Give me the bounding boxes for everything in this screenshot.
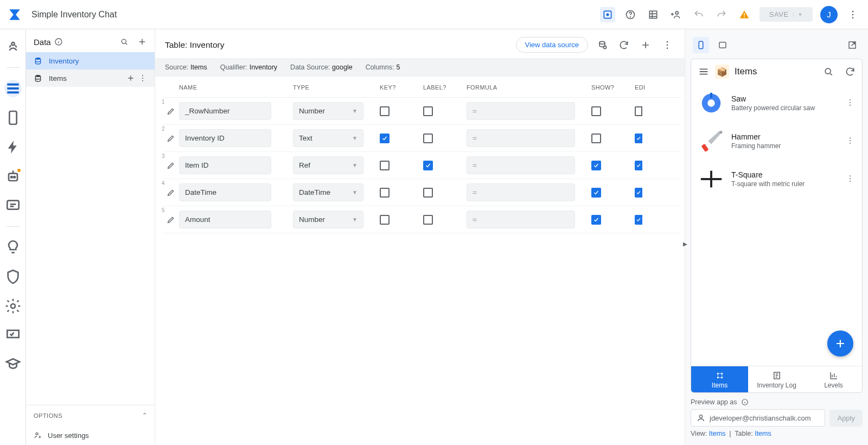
- warning-icon[interactable]: [737, 7, 752, 22]
- assistant-icon[interactable]: [600, 7, 615, 22]
- rail-actions-icon[interactable]: [4, 138, 22, 156]
- column-type-select[interactable]: DateTime▼: [293, 183, 363, 201]
- regenerate-icon[interactable]: [595, 37, 610, 53]
- table-nav-inventory[interactable]: Inventory: [26, 52, 155, 69]
- column-name-input[interactable]: Item ID: [179, 156, 271, 174]
- column-type-select[interactable]: Text▼: [293, 129, 363, 147]
- item-more-icon[interactable]: [846, 98, 854, 109]
- rail-manage-icon[interactable]: [4, 327, 22, 344]
- checkbox[interactable]: [591, 106, 601, 116]
- checkbox[interactable]: [591, 134, 601, 143]
- fab-add-button[interactable]: +: [827, 330, 853, 357]
- formula-input[interactable]: =: [467, 183, 575, 201]
- preview-tab-items[interactable]: Items: [691, 366, 748, 392]
- checkbox[interactable]: [635, 134, 642, 143]
- rail-settings-icon[interactable]: [4, 297, 22, 315]
- collapse-preview-icon[interactable]: ▶: [682, 237, 688, 250]
- open-preview-icon[interactable]: [844, 37, 860, 53]
- redo-icon[interactable]: [714, 7, 729, 22]
- rail-views-icon[interactable]: [4, 109, 22, 126]
- checkbox[interactable]: [635, 188, 642, 198]
- checkbox[interactable]: [423, 161, 433, 170]
- column-name-input[interactable]: Amount: [179, 211, 271, 228]
- add-column-icon[interactable]: [638, 37, 653, 53]
- user-settings-item[interactable]: User settings: [26, 425, 155, 445]
- column-name-input[interactable]: _RowNumber: [179, 102, 271, 120]
- refresh-icon[interactable]: [616, 37, 631, 53]
- preview-table-link[interactable]: Items: [755, 430, 771, 437]
- checkbox[interactable]: [635, 215, 642, 225]
- preview-search-icon[interactable]: [823, 66, 834, 77]
- column-type-select[interactable]: Ref▼: [293, 156, 363, 174]
- preview-list-item[interactable]: SawBattery powered circular saw: [691, 84, 862, 122]
- rail-home-icon[interactable]: [4, 38, 22, 55]
- rail-intelligence-icon[interactable]: [4, 239, 22, 256]
- formula-input[interactable]: =: [467, 129, 575, 147]
- user-avatar[interactable]: J: [820, 6, 838, 23]
- formula-input[interactable]: =: [467, 211, 575, 228]
- rail-security-icon[interactable]: [4, 268, 22, 285]
- edit-icon[interactable]: [163, 161, 179, 170]
- edit-icon[interactable]: [163, 134, 179, 143]
- menu-icon[interactable]: [698, 66, 710, 78]
- column-type-select[interactable]: Number▼: [293, 211, 363, 228]
- add-icon[interactable]: [126, 74, 135, 82]
- table-nav-items[interactable]: Items: [26, 69, 155, 87]
- checkbox[interactable]: [635, 161, 642, 170]
- database-icon: [34, 74, 42, 82]
- row-number: 5: [162, 207, 165, 213]
- add-table-icon[interactable]: [137, 37, 147, 47]
- device-phone-icon[interactable]: [693, 37, 709, 53]
- edit-icon[interactable]: [163, 215, 179, 224]
- column-name-input[interactable]: Inventory ID: [179, 129, 271, 147]
- item-more-icon[interactable]: [846, 136, 854, 147]
- add-user-icon[interactable]: [668, 7, 684, 22]
- undo-icon[interactable]: [691, 7, 706, 22]
- table-icon[interactable]: [646, 7, 661, 22]
- checkbox[interactable]: [423, 188, 433, 198]
- rail-chat-icon[interactable]: [4, 197, 22, 214]
- checkbox[interactable]: [380, 106, 390, 116]
- help-icon[interactable]: [623, 7, 638, 22]
- edit-icon[interactable]: [163, 107, 179, 116]
- preview-email-field[interactable]: jdeveloper@christianschalk.com: [691, 409, 825, 427]
- preview-list-item[interactable]: T-SquareT-square with metric ruler: [691, 160, 862, 198]
- checkbox[interactable]: [591, 215, 601, 225]
- table-more-icon[interactable]: [660, 37, 675, 53]
- preview-tab-inventory-log[interactable]: Inventory Log: [748, 366, 805, 392]
- options-header[interactable]: OPTIONS ⌃: [26, 405, 155, 425]
- checkbox[interactable]: [380, 161, 390, 170]
- column-type-select[interactable]: Number▼: [293, 102, 363, 120]
- checkbox[interactable]: [423, 215, 433, 225]
- view-data-source-button[interactable]: View data source: [516, 37, 589, 53]
- preview-email-value: jdeveloper@christianschalk.com: [710, 414, 811, 422]
- preview-view-link[interactable]: Items: [709, 430, 726, 437]
- checkbox[interactable]: [380, 134, 390, 143]
- device-tablet-icon[interactable]: [714, 37, 731, 53]
- formula-input[interactable]: =: [467, 102, 575, 120]
- svg-point-51: [850, 175, 851, 176]
- formula-input[interactable]: =: [467, 156, 575, 174]
- checkbox[interactable]: [591, 161, 601, 170]
- edit-icon[interactable]: [163, 188, 179, 197]
- rail-automation-icon[interactable]: [4, 168, 22, 185]
- checkbox[interactable]: [423, 106, 433, 116]
- checkbox[interactable]: [380, 215, 390, 225]
- checkbox[interactable]: [380, 188, 390, 198]
- info-icon[interactable]: [741, 398, 749, 406]
- more-icon[interactable]: [845, 7, 860, 22]
- preview-refresh-icon[interactable]: [845, 66, 856, 77]
- checkbox[interactable]: [591, 188, 601, 198]
- column-name-input[interactable]: DateTime: [179, 183, 271, 201]
- preview-tab-levels[interactable]: Levels: [805, 366, 862, 392]
- item-more-icon[interactable]: [846, 174, 854, 185]
- rail-learn-icon[interactable]: [4, 356, 22, 373]
- row-number: 4: [162, 180, 165, 186]
- checkbox[interactable]: [635, 106, 642, 116]
- preview-list-item[interactable]: HammerFraming hammer: [691, 122, 862, 160]
- search-icon[interactable]: [120, 37, 129, 46]
- info-icon[interactable]: [54, 37, 63, 46]
- more-icon[interactable]: [138, 74, 147, 82]
- checkbox[interactable]: [423, 134, 433, 143]
- rail-data-icon[interactable]: [4, 80, 22, 97]
